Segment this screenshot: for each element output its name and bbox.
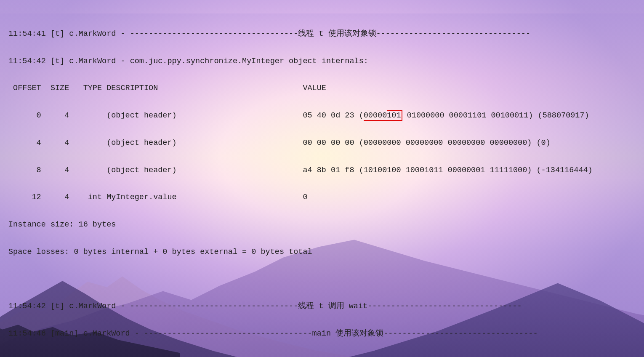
cell: 01000000 00001101 00100011) (588070917) [402, 111, 589, 120]
instance-size: Instance size: 16 bytes [8, 218, 640, 232]
table-row: 12 4 int MyInteger.value 0 [8, 191, 640, 204]
log-output: 11:54:41 [t] c.MarkWord - --------------… [8, 13, 640, 357]
table-header: OFFSET SIZE TYPE DESCRIPTION VALUE [8, 82, 640, 95]
log-line: 11:54:41 [t] c.MarkWord - --------------… [8, 27, 640, 41]
table-row: 4 4 (object header) 00 00 00 00 (0000000… [8, 136, 640, 150]
table-row: 0 4 (object header) 05 40 0d 23 (0000010… [8, 109, 640, 123]
log-line: 11:54:42 [t] c.MarkWord - --------------… [8, 300, 640, 313]
cell: 0 4 (object header) 05 40 0d 23 ( [8, 111, 364, 120]
blank-line [8, 273, 640, 286]
log-line: 11:54:46 [main] c.MarkWord - -----------… [8, 327, 640, 341]
log-line: 11:54:42 [t] c.MarkWord - com.juc.ppy.sy… [8, 55, 640, 68]
space-losses: Space losses: 0 bytes internal + 0 bytes… [8, 245, 640, 259]
bits-underlined: 00000 [364, 111, 387, 121]
table-row: 8 4 (object header) a4 8b 01 f8 (1010010… [8, 164, 640, 177]
bits-highlight-box: 101 [387, 110, 402, 121]
